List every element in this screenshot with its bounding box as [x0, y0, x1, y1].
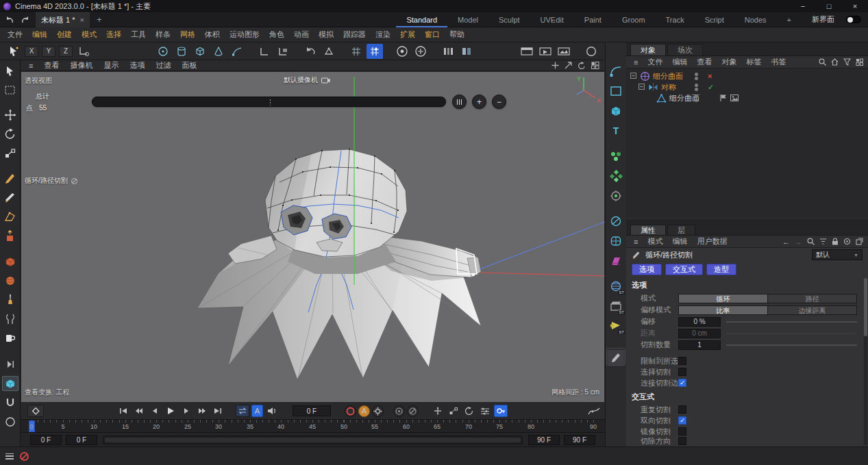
tweak-tool-icon[interactable] — [2, 312, 18, 327]
search-icon[interactable] — [819, 58, 826, 66]
focus-icon[interactable] — [843, 238, 851, 245]
menu-help[interactable]: 帮助 — [445, 29, 469, 40]
fcurve-editor-button[interactable] — [587, 405, 601, 417]
repeat-cut-checkbox[interactable] — [678, 405, 686, 414]
picture-viewer-button[interactable] — [556, 44, 572, 59]
stage-object-icon[interactable]: ST — [607, 298, 625, 314]
visibility-dots[interactable] — [695, 73, 698, 81]
cone-tool-icon[interactable] — [210, 44, 227, 59]
preset-dropdown[interactable]: 默认 ▼ — [812, 249, 863, 260]
range-end-field-2[interactable]: 90 F — [564, 435, 595, 445]
document-tab[interactable]: 未标题 1 * × — [36, 12, 90, 27]
am-menu-icon[interactable]: ≡ — [629, 238, 643, 246]
record-button[interactable] — [345, 405, 356, 417]
menu-simulate[interactable]: 模拟 — [314, 29, 338, 40]
offset-mode-edge-option[interactable]: 边缘距离 — [768, 306, 856, 314]
viewport[interactable]: Y X 透视视图 默认摄像机 总计 点55 + − 循环/路径切割 查看变换: … — [21, 71, 605, 403]
new-interface-label[interactable]: 新界面 — [802, 12, 845, 27]
dolly-view-icon[interactable] — [565, 62, 572, 69]
am-menu-mode[interactable]: 模式 — [643, 236, 667, 247]
keyframe-off-button[interactable] — [407, 405, 419, 417]
group-modeling-button[interactable]: 造型 — [706, 264, 736, 275]
generator-enabled-icon[interactable]: ✓ — [708, 81, 714, 92]
viewport-menu-panel[interactable]: 面板 — [176, 60, 202, 71]
sky-object-icon[interactable]: ST — [607, 278, 625, 294]
shader-manager-icon[interactable] — [458, 44, 475, 59]
snap-toggle-icon[interactable] — [367, 44, 383, 59]
layout-tab-script[interactable]: Script — [695, 12, 734, 27]
goto-end-button[interactable] — [211, 405, 225, 417]
make-editable-icon[interactable] — [321, 44, 337, 59]
axis-z-toggle[interactable]: Z — [59, 46, 73, 57]
lock-icon[interactable] — [832, 238, 839, 245]
restrict-checkbox[interactable] — [678, 357, 686, 365]
matrix-object-icon[interactable] — [607, 168, 625, 184]
group-interactive-button[interactable]: 交互式 — [665, 264, 703, 275]
menu-tracker[interactable]: 跟踪器 — [338, 29, 371, 40]
undo-icon[interactable] — [4, 14, 15, 25]
rectangle-select-icon[interactable] — [2, 83, 18, 98]
scrollbar-thumb[interactable] — [864, 278, 867, 336]
minimize-button[interactable]: − — [790, 0, 816, 12]
menu-character[interactable]: 角色 — [264, 29, 289, 40]
viewport-menu-cameras[interactable]: 摄像机 — [64, 60, 98, 71]
polygon-mode-icon[interactable] — [2, 376, 18, 391]
am-menu-edit[interactable]: 编辑 — [667, 236, 692, 247]
render-settings-button[interactable] — [412, 44, 429, 59]
object-row-subdivision-surface[interactable]: − 细分曲面 × — [626, 71, 868, 81]
keyframe-diamond-button[interactable] — [27, 405, 44, 417]
om-menu-edit[interactable]: 编辑 — [667, 57, 692, 67]
render-view-button[interactable] — [394, 44, 410, 59]
object-row-polygon-mesh[interactable]: 细分曲面 — [626, 92, 868, 103]
menu-spline[interactable]: 样条 — [151, 29, 175, 40]
solo-ring-icon[interactable] — [2, 414, 18, 429]
select-cuts-checkbox[interactable] — [678, 368, 686, 376]
scale-tool-icon[interactable] — [2, 146, 18, 161]
keyframe-presets-button[interactable] — [494, 405, 508, 417]
status-menu-icon[interactable] — [5, 453, 14, 460]
slider-steps-button[interactable] — [452, 95, 467, 109]
loop-playback-button[interactable] — [236, 405, 249, 417]
light-object-icon[interactable]: ST — [607, 318, 625, 334]
offset-field[interactable]: 0 % — [678, 317, 721, 327]
range-start-field-2[interactable]: 0 F — [66, 435, 97, 445]
range-slider[interactable] — [103, 436, 523, 444]
record-scale-toggle[interactable] — [447, 405, 460, 417]
next-key-button[interactable] — [195, 405, 209, 417]
menu-select[interactable]: 选择 — [101, 29, 126, 40]
view-options-icon[interactable] — [856, 58, 863, 66]
render-queue-button[interactable] — [519, 44, 535, 59]
select-tool-icon[interactable] — [2, 64, 18, 79]
layout-tab-uvedit[interactable]: UVEdit — [530, 12, 574, 27]
move-tool-icon[interactable] — [2, 108, 18, 123]
am-menu-userdata[interactable]: 用户数据 — [692, 236, 732, 247]
axis-x-toggle[interactable]: X — [25, 46, 38, 57]
filter-icon[interactable] — [843, 58, 851, 66]
layout-tab-track[interactable]: Track — [656, 12, 695, 27]
cube-primitive-icon[interactable] — [2, 254, 18, 269]
connect-cuts-checkbox[interactable]: ✓ — [678, 379, 686, 387]
workplane-lock-icon[interactable] — [275, 44, 291, 59]
om-menu-objects[interactable]: 对象 — [717, 57, 741, 67]
selection-ring-icon[interactable] — [155, 44, 171, 59]
cut-count-slider[interactable] — [726, 344, 857, 346]
object-row-symmetry[interactable]: − 对称 ✓ — [626, 81, 868, 92]
quantize-toggle-icon[interactable] — [348, 44, 364, 59]
previous-frame-button[interactable] — [148, 405, 162, 417]
viewport-menu-filter[interactable]: 过滤 — [150, 60, 176, 71]
interface-toggle[interactable] — [846, 16, 861, 23]
keyframe-selection-button[interactable] — [393, 405, 405, 417]
close-tab-icon[interactable]: × — [80, 16, 84, 24]
workplane-icon[interactable] — [256, 44, 273, 59]
om-menu-tags[interactable]: 标签 — [741, 57, 766, 67]
home-icon[interactable] — [831, 58, 839, 66]
om-menu-view[interactable]: 查看 — [692, 57, 717, 67]
layout-tab-nodes[interactable]: Nodes — [734, 12, 777, 27]
tab-layers[interactable]: 层 — [667, 225, 695, 235]
close-button[interactable]: × — [842, 0, 868, 12]
sphere-primitive-icon[interactable] — [2, 273, 18, 288]
maximize-button[interactable]: □ — [816, 0, 842, 12]
rectangle-spline-icon[interactable] — [607, 83, 625, 99]
extrude-tool-icon[interactable] — [2, 228, 18, 243]
viewport-canvas[interactable]: Y X — [21, 71, 605, 403]
